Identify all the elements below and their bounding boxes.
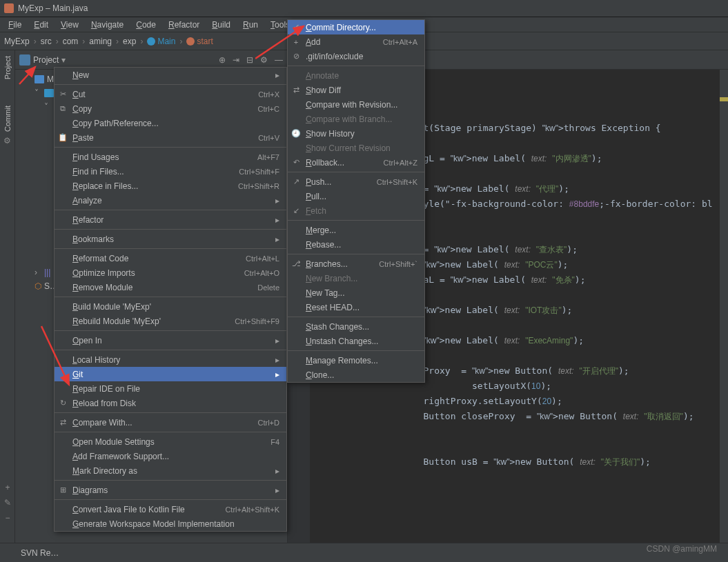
menu-item-convert-java-file-to-kotlin-file[interactable]: Convert Java File to Kotlin FileCtrl+Alt…: [55, 502, 286, 516]
menu-item-copy[interactable]: ⧉CopyCtrl+C: [55, 101, 286, 116]
add-icon[interactable]: +: [5, 483, 10, 492]
project-tool-label[interactable]: Project: [3, 56, 12, 79]
breadcrumb-item[interactable]: MyExp: [4, 37, 41, 46]
menu-build[interactable]: Build: [206, 19, 236, 31]
menu-item-annotate: Annotate: [288, 68, 424, 83]
menu-item-manage-remotes-[interactable]: Manage Remotes...: [288, 353, 424, 368]
menu-refactor[interactable]: Refactor: [163, 19, 205, 31]
menu-navigate[interactable]: Navigate: [86, 19, 129, 31]
menu-item-reload-from-disk[interactable]: ↻Reload from Disk: [55, 396, 286, 410]
breadcrumb-item[interactable]: com: [63, 37, 90, 46]
collapse-icon[interactable]: ⇥: [233, 55, 239, 65]
menu-item-unstash-changes-[interactable]: Unstash Changes...: [288, 334, 424, 348]
menu-item-commit-directory-[interactable]: ✔Commit Directory...: [288, 20, 424, 34]
menu-item-icon: +: [291, 37, 301, 47]
breadcrumb-item[interactable]: Main: [147, 37, 186, 46]
menu-item-new[interactable]: New▸: [55, 68, 286, 82]
context-menu-project[interactable]: New▸✂CutCtrl+X⧉CopyCtrl+CCopy Path/Refer…: [54, 67, 287, 532]
menu-run[interactable]: Run: [237, 19, 264, 31]
svn-tool-label[interactable]: SVN Re…: [15, 545, 64, 561]
menu-item-open-in[interactable]: Open In▸: [55, 333, 286, 348]
menu-item-repair-ide-on-file[interactable]: Repair IDE on File: [55, 381, 286, 396]
title-bar: MyExp – Main.java: [0, 0, 728, 17]
menu-item-icon: 🕘: [291, 129, 301, 139]
menu-item-find-usages[interactable]: Find UsagesAlt+F7: [55, 150, 286, 164]
menu-item-push-[interactable]: ↗Push...Ctrl+Shift+K: [288, 174, 424, 189]
menu-view[interactable]: View: [55, 19, 84, 31]
menu-item-copy-path-reference-[interactable]: Copy Path/Reference...: [55, 116, 286, 130]
menu-item-clone-[interactable]: Clone...: [288, 368, 424, 382]
menu-item-git[interactable]: Git▸: [55, 367, 286, 381]
menu-code[interactable]: Code: [130, 19, 161, 31]
menu-item-icon: ⊘: [291, 52, 301, 61]
menu-item-new-tag-[interactable]: New Tag...: [288, 285, 424, 300]
menu-item-icon: ⊞: [58, 485, 68, 495]
menu-item-bookmarks[interactable]: Bookmarks▸: [55, 232, 286, 246]
context-menu-git[interactable]: ✔Commit Directory...+AddCtrl+Alt+A⊘.git/…: [287, 19, 425, 383]
commit-tool-label[interactable]: Commit: [3, 106, 12, 132]
menu-item-icon: ↙: [291, 206, 301, 216]
breadcrumb-item[interactable]: src: [41, 37, 63, 46]
target-icon[interactable]: ⊕: [219, 55, 226, 65]
status-bar: SVN Re…: [0, 543, 728, 562]
edit-icon[interactable]: ✎: [4, 498, 11, 508]
menu-item-rebuild-module-myexp-[interactable]: Rebuild Module 'MyExp'Ctrl+Shift+F9: [55, 314, 286, 328]
expand-icon[interactable]: ⊟: [246, 55, 253, 65]
menu-item-reset-head-[interactable]: Reset HEAD...: [288, 300, 424, 314]
watermark: CSDN @amingMM: [647, 544, 717, 554]
menu-item-optimize-imports[interactable]: Optimize ImportsCtrl+Alt+O: [55, 265, 286, 280]
menu-item-open-module-settings[interactable]: Open Module SettingsF4: [55, 434, 286, 449]
breadcrumb-item[interactable]: exp: [123, 37, 147, 46]
menu-item-mark-directory-as[interactable]: Mark Directory as▸: [55, 463, 286, 478]
menu-item-icon: ⇄: [58, 418, 68, 428]
menu-item-add-framework-support-[interactable]: Add Framework Support...: [55, 449, 286, 463]
window-title: MyExp – Main.java: [18, 3, 88, 13]
menu-item-branches-[interactable]: ⎇Branches...Ctrl+Shift+`: [288, 257, 424, 271]
settings-icon[interactable]: ⚙: [3, 136, 11, 145]
menu-item-compare-with-branch-: Compare with Branch...: [288, 112, 424, 126]
menu-item-analyze[interactable]: Analyze▸: [55, 193, 286, 208]
menu-item-reformat-code[interactable]: Reformat CodeCtrl+Alt+L: [55, 251, 286, 265]
menu-item-fetch: ↙Fetch: [288, 203, 424, 218]
menu-item-show-history[interactable]: 🕘Show History: [288, 126, 424, 141]
scrollbar[interactable]: [720, 70, 728, 543]
menu-item-refactor[interactable]: Refactor▸: [55, 212, 286, 227]
menu-edit[interactable]: Edit: [28, 19, 54, 31]
menu-item-icon: ⧉: [58, 104, 68, 114]
menu-item-generate-workspace-model-implementation[interactable]: Generate Workspace Model Implementation: [55, 516, 286, 531]
menu-item-local-history[interactable]: Local History▸: [55, 352, 286, 367]
menu-item-replace-in-files-[interactable]: Replace in Files...Ctrl+Shift+R: [55, 179, 286, 193]
menu-item-show-diff[interactable]: ⇄Show Diff: [288, 83, 424, 97]
menu-item-paste[interactable]: 📋PasteCtrl+V: [55, 130, 286, 145]
breadcrumb-item[interactable]: start: [186, 37, 221, 46]
menu-item--git-info-exclude[interactable]: ⊘.git/info/exclude: [288, 49, 424, 63]
menu-item-rebase-[interactable]: Rebase...: [288, 237, 424, 252]
menu-item-new-branch-: New Branch...: [288, 271, 424, 285]
chevron-down-icon[interactable]: ▾: [61, 55, 66, 65]
menu-item-rollback-[interactable]: ↶Rollback...Ctrl+Alt+Z: [288, 155, 424, 170]
menu-item-add[interactable]: +AddCtrl+Alt+A: [288, 34, 424, 49]
hide-icon[interactable]: —: [275, 55, 283, 65]
menu-item-merge-[interactable]: Merge...: [288, 223, 424, 237]
gear-icon[interactable]: ⚙: [260, 55, 268, 65]
menu-item-icon: 📋: [58, 133, 68, 143]
breadcrumb-item[interactable]: aming: [89, 37, 123, 46]
menu-item-build-module-myexp-[interactable]: Build Module 'MyExp': [55, 299, 286, 314]
menu-item-pull-[interactable]: Pull...: [288, 189, 424, 203]
minus-icon[interactable]: −: [5, 513, 10, 523]
menu-item-cut[interactable]: ✂CutCtrl+X: [55, 87, 286, 101]
menu-item-compare-with-[interactable]: ⇄Compare With...Ctrl+D: [55, 415, 286, 430]
menu-item-stash-changes-[interactable]: Stash Changes...: [288, 319, 424, 334]
menu-item-icon: ✔: [291, 23, 301, 32]
project-icon: [19, 54, 30, 66]
left-gutter: Project Commit ⚙: [0, 50, 15, 543]
menu-item-icon: ✂: [58, 90, 68, 99]
menu-item-icon: ⇄: [291, 86, 301, 95]
menu-item-compare-with-revision-[interactable]: Compare with Revision...: [288, 97, 424, 112]
menu-item-icon: ↻: [58, 399, 68, 408]
menu-item-diagrams[interactable]: ⊞Diagrams▸: [55, 483, 286, 497]
menu-item-remove-module[interactable]: Remove ModuleDelete: [55, 280, 286, 294]
menu-item-icon: ↗: [291, 177, 301, 187]
menu-item-find-in-files-[interactable]: Find in Files...Ctrl+Shift+F: [55, 164, 286, 179]
menu-file[interactable]: File: [3, 19, 27, 31]
